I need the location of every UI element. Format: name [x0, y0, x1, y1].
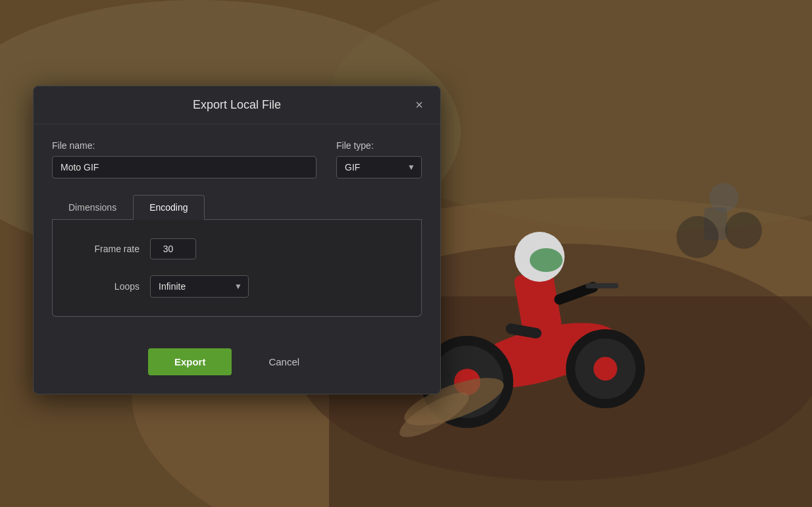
tabs-row: Dimensions Encoding: [52, 194, 422, 220]
file-type-label: File type:: [336, 140, 422, 151]
tab-dimensions[interactable]: Dimensions: [52, 195, 133, 220]
export-dialog: Export Local File × File name: File type…: [33, 86, 441, 394]
frame-rate-row: Frame rate: [74, 238, 400, 259]
dialog-header: Export Local File ×: [34, 86, 440, 124]
dialog-backdrop: Export Local File × File name: File type…: [0, 0, 812, 507]
frame-rate-label: Frame rate: [74, 244, 140, 254]
file-name-label: File name:: [52, 140, 317, 151]
dialog-body: File name: File type: GIF MP4 MOV AVI ▼: [34, 124, 440, 338]
file-type-select-wrapper: GIF MP4 MOV AVI ▼: [336, 156, 422, 178]
file-fields-row: File name: File type: GIF MP4 MOV AVI ▼: [52, 140, 422, 178]
frame-rate-input[interactable]: [150, 238, 196, 259]
file-name-input[interactable]: [52, 156, 317, 178]
loops-row: Loops Infinite 1 2 3 5 10 ▼: [74, 275, 400, 298]
dialog-title: Export Local File: [193, 98, 281, 112]
dialog-footer: Export Cancel: [34, 338, 440, 394]
tab-encoding[interactable]: Encoding: [133, 195, 204, 220]
file-type-group: File type: GIF MP4 MOV AVI ▼: [336, 140, 422, 178]
cancel-button[interactable]: Cancel: [242, 348, 326, 375]
loops-select-wrapper: Infinite 1 2 3 5 10 ▼: [150, 275, 249, 298]
tab-content-encoding: Frame rate Loops Infinite 1 2 3 5: [52, 220, 422, 317]
tabs-container: Dimensions Encoding Frame rate Loops: [52, 194, 422, 317]
export-button[interactable]: Export: [148, 348, 232, 375]
file-name-group: File name:: [52, 140, 317, 178]
loops-label: Loops: [74, 281, 140, 292]
file-type-select[interactable]: GIF MP4 MOV AVI: [336, 156, 422, 178]
close-button[interactable]: ×: [410, 96, 428, 115]
loops-select[interactable]: Infinite 1 2 3 5 10: [150, 275, 249, 298]
